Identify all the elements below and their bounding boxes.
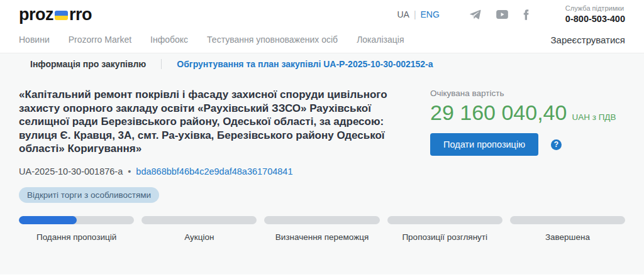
- stage-label-submission: Подання пропозицій: [19, 232, 134, 242]
- progress-bar-stage-1: [19, 216, 134, 224]
- tender-left-column: «Капітальний ремонт покрівлі і фасаду за…: [19, 88, 409, 203]
- expected-value-row: 29 160 040,40 UAH з ПДВ: [430, 100, 625, 125]
- page-body: Інформація про закупівлю Обгрунтування т…: [0, 53, 644, 274]
- procedure-type-badge: Відкриті торги з особливостями: [19, 187, 159, 203]
- progress-stage-labels: Подання пропозицій Аукціон Визначення пе…: [19, 232, 625, 242]
- nav-items: Новини Prozorro Market Інфобокс Тестуван…: [19, 35, 404, 45]
- register-link[interactable]: Зареєструватися: [551, 35, 625, 45]
- progress-bar-stage-2: [142, 216, 257, 224]
- tab-purchase-info[interactable]: Інформація про закупівлю: [30, 59, 161, 69]
- expected-value-panel: Очікувана вартість 29 160 040,40 UAH з П…: [430, 88, 625, 203]
- site-header: proz rro UA | ENG: [0, 0, 644, 53]
- progress-bar-stage-5: [510, 216, 625, 224]
- progress-fill: [19, 216, 77, 224]
- language-switcher: UA | ENG: [397, 9, 439, 19]
- header-top-row: proz rro UA | ENG: [19, 0, 625, 29]
- stage-label-completed: Завершена: [510, 232, 625, 242]
- stage-label-winner: Визначення переможця: [264, 232, 379, 242]
- lang-ua[interactable]: UA: [397, 9, 409, 19]
- expected-value-label: Очікувана вартість: [430, 89, 625, 98]
- progress-bar-stage-4: [387, 216, 502, 224]
- main-nav: Новини Prozorro Market Інфобокс Тестуван…: [19, 29, 625, 53]
- tab-strip: Інформація про закупівлю Обгрунтування т…: [0, 53, 644, 75]
- tender-id-line: UA-2025-10-30-001876-a • bda868bbf46b4c2…: [19, 166, 409, 177]
- lang-divider: |: [414, 9, 416, 19]
- social-links: [470, 9, 529, 20]
- tender-hash-link[interactable]: bda868bbf46b4c2e9daf48a361704841: [136, 166, 292, 177]
- expected-value-amount: 29 160 040,40: [430, 100, 567, 125]
- tender-title: «Капітальний ремонт покрівлі і фасаду за…: [19, 88, 409, 156]
- youtube-icon[interactable]: [496, 10, 508, 19]
- nav-item-prozorro-market[interactable]: Prozorro Market: [69, 35, 131, 45]
- facebook-icon[interactable]: [523, 9, 529, 20]
- progress-bar-stage-3: [264, 216, 379, 224]
- support-label: Служба підтримки: [565, 4, 625, 13]
- id-separator-dot: •: [128, 166, 131, 177]
- logo-text-right: rro: [69, 5, 92, 24]
- header-right-cluster: UA | ENG Служба підтримки: [397, 4, 625, 24]
- tender-id: UA-2025-10-30-001876-a: [19, 166, 123, 177]
- ukraine-flag-icon: [55, 11, 68, 20]
- prozorro-tender-page: proz rro UA | ENG: [0, 0, 644, 277]
- prozorro-logo[interactable]: proz rro: [19, 5, 92, 24]
- stage-label-reviewed: Пропозиції розглянуті: [387, 232, 502, 242]
- tender-content: «Капітальний ремонт покрівлі і фасаду за…: [0, 75, 644, 203]
- tab-justification-plan-link[interactable]: Обгрунтування та план закупівлі UA-P-202…: [161, 59, 433, 69]
- support-block: Служба підтримки 0-800-503-400: [565, 4, 625, 24]
- tender-status-progress: Подання пропозицій Аукціон Визначення пе…: [0, 216, 644, 242]
- nav-item-infobox[interactable]: Інфобокс: [150, 35, 188, 45]
- nav-item-news[interactable]: Новини: [19, 35, 50, 45]
- question-icon[interactable]: ?: [551, 139, 562, 150]
- stage-label-auction: Аукціон: [142, 232, 257, 242]
- nav-item-testing[interactable]: Тестування уповноважених осіб: [207, 35, 338, 45]
- telegram-icon[interactable]: [470, 9, 481, 19]
- expected-value-currency: UAH з ПДВ: [572, 112, 616, 122]
- logo-text-left: proz: [19, 5, 53, 24]
- submit-row: Подати пропозицію ?: [430, 133, 625, 156]
- nav-item-localization[interactable]: Локалізація: [357, 35, 404, 45]
- support-phone[interactable]: 0-800-503-400: [565, 13, 625, 24]
- submit-proposal-button[interactable]: Подати пропозицію: [430, 133, 538, 156]
- lang-eng[interactable]: ENG: [421, 9, 440, 19]
- progress-bars: [19, 216, 625, 224]
